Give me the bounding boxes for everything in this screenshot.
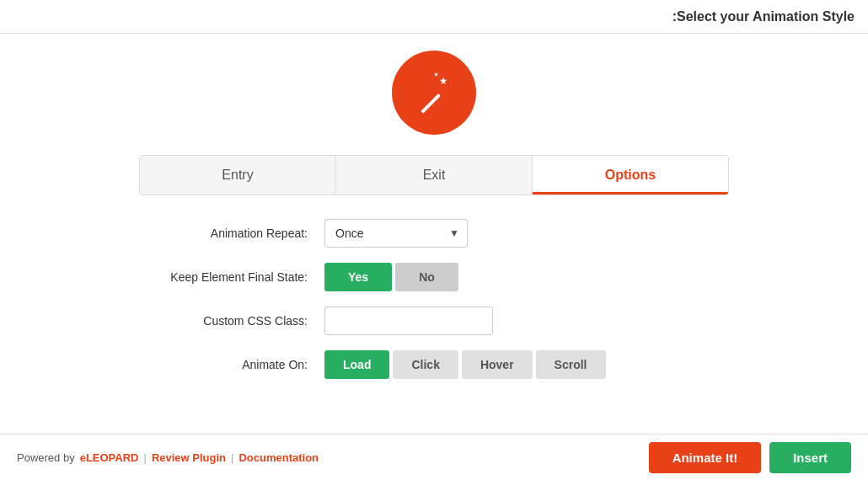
animate-on-label: Animate On: [139,358,324,371]
custom-css-control [324,307,493,335]
keep-element-row: Keep Element Final State: Yes No [139,263,729,291]
animate-on-click-button[interactable]: Click [393,350,458,379]
animate-on-control: Load Click Hover Scroll [324,350,606,379]
top-bar-title: :Select your Animation Style [672,9,855,24]
powered-by-text: Powered by [17,451,75,464]
main-content: Entry Exit Options Animation Repeat: Onc… [101,34,767,394]
tab-options[interactable]: Options [533,156,728,195]
animation-repeat-label: Animation Repeat: [139,227,324,240]
animate-on-hover-button[interactable]: Hover [462,350,533,379]
animation-repeat-row: Animation Repeat: Once Loop Twice ▼ [139,219,729,248]
svg-marker-2 [434,72,438,77]
magic-wand-icon-circle [392,51,476,135]
insert-button[interactable]: Insert [769,442,851,473]
separator-1: | [143,451,146,464]
top-bar: :Select your Animation Style [0,0,868,34]
custom-css-input[interactable] [324,307,493,335]
tabs-container: Entry Exit Options [139,155,729,195]
animation-repeat-select[interactable]: Once Loop Twice [324,219,468,248]
brand-link[interactable]: eLEOPARD [80,451,139,464]
magic-wand-icon [413,72,455,114]
animate-on-load-button[interactable]: Load [324,350,389,379]
footer-right: Animate It! Insert [649,442,851,473]
tab-entry[interactable]: Entry [140,156,336,195]
animation-repeat-control: Once Loop Twice ▼ [324,219,468,248]
custom-css-label: Custom CSS Class: [139,314,324,328]
animation-repeat-select-wrapper: Once Loop Twice ▼ [324,219,468,248]
svg-marker-1 [440,77,447,85]
separator-2: | [231,451,233,464]
keep-element-label: Keep Element Final State: [139,270,324,284]
svg-rect-0 [421,93,441,114]
no-button[interactable]: No [395,263,458,291]
animate-on-scroll-button[interactable]: Scroll [536,350,606,379]
documentation-link[interactable]: Documentation [238,451,319,464]
review-plugin-link[interactable]: Review Plugin [152,451,226,464]
animate-on-row: Animate On: Load Click Hover Scroll [139,350,729,379]
options-form: Animation Repeat: Once Loop Twice ▼ Keep… [139,219,729,394]
yes-button[interactable]: Yes [324,263,392,291]
animate-it-button[interactable]: Animate It! [649,442,762,473]
tab-exit[interactable]: Exit [336,156,533,195]
footer-left: Powered by eLEOPARD | Review Plugin | Do… [17,451,319,464]
custom-css-row: Custom CSS Class: [139,307,729,335]
keep-element-control: Yes No [324,263,458,291]
footer: Powered by eLEOPARD | Review Plugin | Do… [0,434,868,480]
